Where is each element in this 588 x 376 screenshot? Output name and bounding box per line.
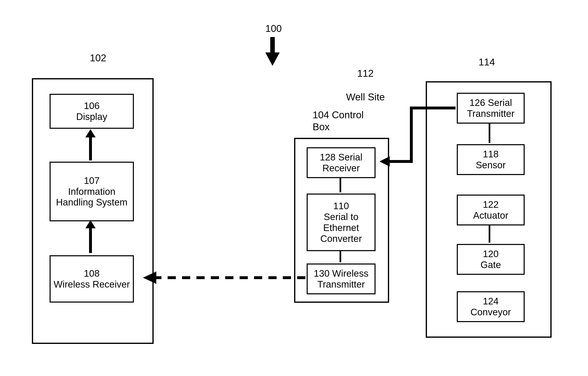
s2e-ref: 110 xyxy=(333,200,349,211)
proppant-container: 126 Serial Transmitter 118 Sensor 122 Ac… xyxy=(426,81,552,338)
display-ref: 106 xyxy=(84,100,100,111)
wellsite-ref: 112 xyxy=(357,68,374,79)
wrx-name: Wireless Receiver xyxy=(54,279,130,290)
block-ihs: 107 Information Handling System xyxy=(50,162,134,221)
sensor-name: Sensor xyxy=(476,160,506,170)
block-display: 106 Display xyxy=(50,94,134,129)
controlbox-ref: 104 xyxy=(313,109,329,120)
sensor-ref: 118 xyxy=(483,149,499,160)
proppant-ref: 114 xyxy=(479,57,495,67)
stx-full: 126 Serial Transmitter xyxy=(460,97,522,119)
block-gate: 120 Gate xyxy=(457,244,525,275)
svg-marker-3 xyxy=(265,52,280,66)
block-serial-ethernet-converter: 110 Serial to Ethernet Converter xyxy=(307,194,376,251)
wtx-full: 130 Wireless Transmitter xyxy=(310,268,372,290)
block-actuator: 122 Actuator xyxy=(457,195,525,225)
block-wireless-receiver: 108 Wireless Receiver xyxy=(50,255,134,303)
actuator-name: Actuator xyxy=(473,210,508,221)
actuator-ref: 122 xyxy=(483,199,499,210)
block-sensor: 118 Sensor xyxy=(457,144,525,175)
conveyor-name: Conveyor xyxy=(471,307,511,318)
block-serial-receiver: 128 Serial Receiver xyxy=(307,147,376,178)
wellsite-label: 112 Well Site xyxy=(329,55,391,115)
display-name: Display xyxy=(76,111,107,122)
controlbox-label: 104 Control Box xyxy=(313,109,387,133)
ihs-ref: 107 xyxy=(84,175,100,186)
block-serial-transmitter: 126 Serial Transmitter xyxy=(457,93,525,124)
datavan-ref: 102 xyxy=(90,52,106,63)
datavan-container: 106 Display 107 Information Handling Sys… xyxy=(32,78,154,344)
gate-name: Gate xyxy=(481,259,501,270)
ihs-name: Information Handling System xyxy=(53,186,131,208)
srx-full: 128 Serial Receiver xyxy=(310,152,372,174)
block-conveyor: 124 Conveyor xyxy=(457,291,525,322)
block-wireless-transmitter: 130 Wireless Transmitter xyxy=(307,263,376,294)
s2e-name: Serial to Ethernet Converter xyxy=(310,211,372,244)
conveyor-ref: 124 xyxy=(483,296,499,307)
wrx-ref: 108 xyxy=(84,268,100,279)
controlbox-container: 128 Serial Receiver 110 Serial to Ethern… xyxy=(294,138,389,303)
wellsite-name: Well Site xyxy=(346,92,385,103)
diagram-canvas: 100 112 Well Site 102 Datavan 114 Proppa… xyxy=(0,0,588,376)
gate-ref: 120 xyxy=(483,249,499,259)
ref-100: 100 xyxy=(261,23,286,35)
